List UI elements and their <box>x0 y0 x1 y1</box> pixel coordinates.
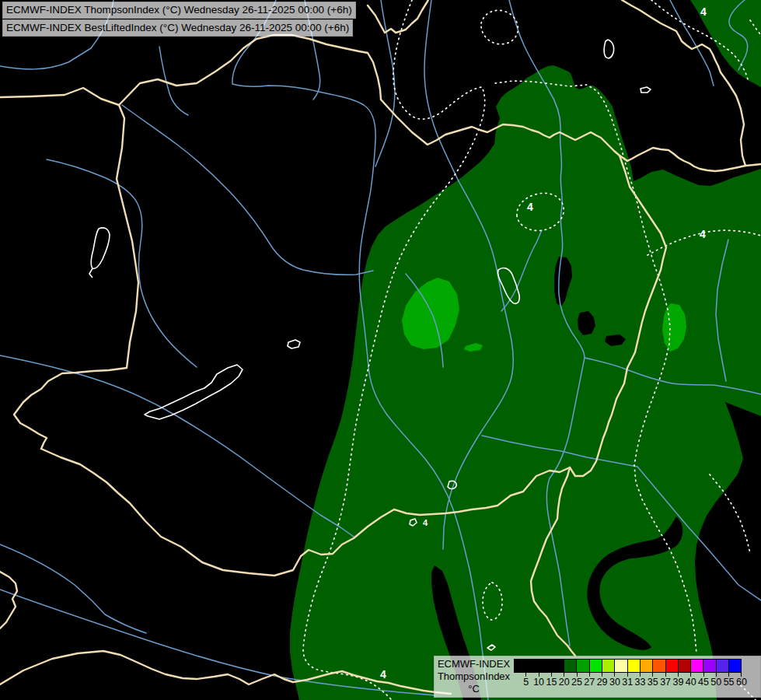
legend-title-block: ECMWF-INDEX ThompsonIndex °C <box>434 656 514 695</box>
legend-tick-label: 33 <box>635 677 646 688</box>
legend-tick-label: 35 <box>648 677 658 688</box>
river <box>424 0 459 181</box>
legend-tick-label: 50 <box>710 677 721 688</box>
contour-label: 4 <box>700 5 707 18</box>
legend-title-index: ThompsonIndex <box>434 670 514 683</box>
legend-tick-label: 15 <box>546 677 557 688</box>
country-border <box>0 572 17 628</box>
lake-balaton <box>145 365 243 419</box>
legend-color-cell <box>602 659 615 673</box>
contour-label: 4 <box>380 668 386 681</box>
legend-tick-label: 60 <box>736 677 747 688</box>
legend-color-cell <box>679 659 691 673</box>
legend-tick-label: 27 <box>584 677 595 688</box>
legend-tick-label: 40 <box>686 677 696 688</box>
country-border <box>368 0 428 33</box>
weather-map-canvas: 4 4 4 4 4 <box>0 0 761 700</box>
region-thompson-20-25 <box>290 65 761 700</box>
map-title-best-lifted-index: ECMWF-INDEX BestLiftedIndex (°C) Wednesd… <box>2 19 353 37</box>
legend-color-bar <box>514 659 742 673</box>
contour-label: 4 <box>423 518 428 527</box>
index-regions <box>290 0 761 700</box>
legend-tick-label: 20 <box>559 677 570 688</box>
lake-neusiedl <box>89 228 110 278</box>
lake <box>288 340 300 348</box>
legend-tick-label: 10 <box>533 677 544 688</box>
legend-color-cell <box>526 659 539 673</box>
contour-label: 4 <box>700 228 706 240</box>
legend-color-cell <box>717 659 729 673</box>
country-border-austria-hungary <box>14 105 138 449</box>
legend-tick-label: 45 <box>698 677 709 688</box>
legend-color-cell <box>564 659 577 673</box>
legend-color-cell <box>615 659 627 673</box>
legend-tick-label: 5 <box>523 677 529 688</box>
legend-color-cell <box>666 659 679 673</box>
legend-tick-label: 31 <box>622 677 633 688</box>
map-title-thompson-index: ECMWF-INDEX ThompsonIndex (°C) Wednesday… <box>2 2 356 19</box>
legend-color-cell <box>514 659 526 673</box>
legend-panel: ECMWF-INDEX ThompsonIndex °C 51015202527… <box>434 656 761 698</box>
country-border <box>0 88 119 105</box>
legend-color-cell <box>552 659 564 673</box>
legend-tick-label: 39 <box>672 677 683 688</box>
legend-title-model: ECMWF-INDEX <box>434 658 514 670</box>
weather-map-page: 4 4 4 4 4 ECMWF-INDEX ThompsonIndex (°C)… <box>0 0 761 700</box>
legend-tick-label: 30 <box>609 677 620 688</box>
legend-color-cell <box>703 659 716 673</box>
contour-label: 4 <box>527 201 533 213</box>
legend-color-cell <box>641 659 653 673</box>
lake <box>604 40 614 58</box>
legend-color-cell <box>577 659 589 673</box>
river-drava <box>0 355 354 537</box>
legend-color-scale: 51015202527293031333537394045505560 <box>514 656 742 693</box>
legend-color-cell <box>729 659 742 673</box>
legend-color-cell <box>653 659 665 673</box>
river <box>0 544 146 633</box>
legend-tick-label: 29 <box>597 677 608 688</box>
legend-title-unit: °C <box>434 683 514 695</box>
legend-color-cell <box>628 659 641 673</box>
river <box>47 159 197 367</box>
legend-tick-label: 37 <box>660 677 671 688</box>
legend-color-cell <box>691 659 703 673</box>
contour-ring <box>481 10 518 44</box>
legend-color-cell <box>590 659 602 673</box>
legend-tick-labels: 51015202527293031333537394045505560 <box>514 673 742 693</box>
river-raba <box>122 105 373 275</box>
lake <box>641 87 651 93</box>
legend-tick-label: 25 <box>571 677 582 688</box>
legend-tick-label: 55 <box>724 677 735 688</box>
legend-color-cell <box>539 659 552 673</box>
